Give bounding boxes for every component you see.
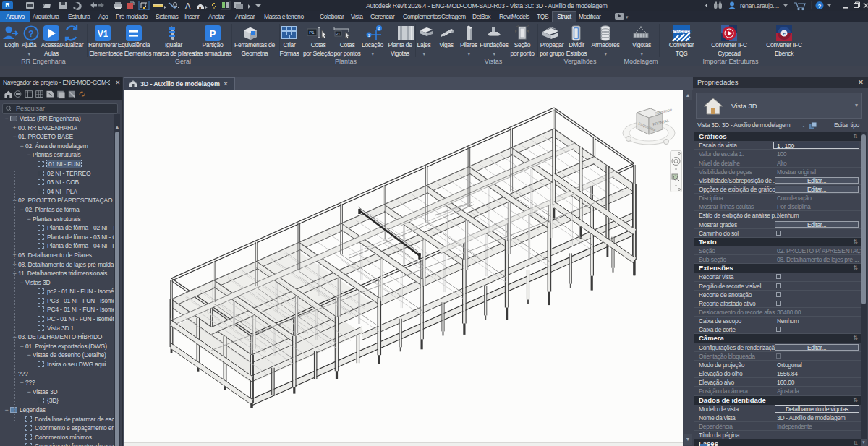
svg-text:SUPERIOR: SUPERIOR bbox=[655, 108, 673, 115]
svg-text:renan.araujo....: renan.araujo.... bbox=[740, 2, 779, 9]
svg-text:P1: P1 bbox=[309, 30, 315, 35]
svg-text:P1: P1 bbox=[336, 32, 341, 36]
svg-text:P: P bbox=[210, 28, 216, 39]
svg-text:?: ? bbox=[818, 3, 822, 9]
svg-text:A: A bbox=[185, 1, 191, 10]
svg-text:e: e bbox=[783, 31, 786, 36]
svg-text:V1: V1 bbox=[98, 29, 109, 39]
svg-text:A: A bbox=[378, 27, 380, 31]
svg-text:1: 1 bbox=[367, 33, 370, 38]
svg-text:?: ? bbox=[28, 29, 33, 39]
